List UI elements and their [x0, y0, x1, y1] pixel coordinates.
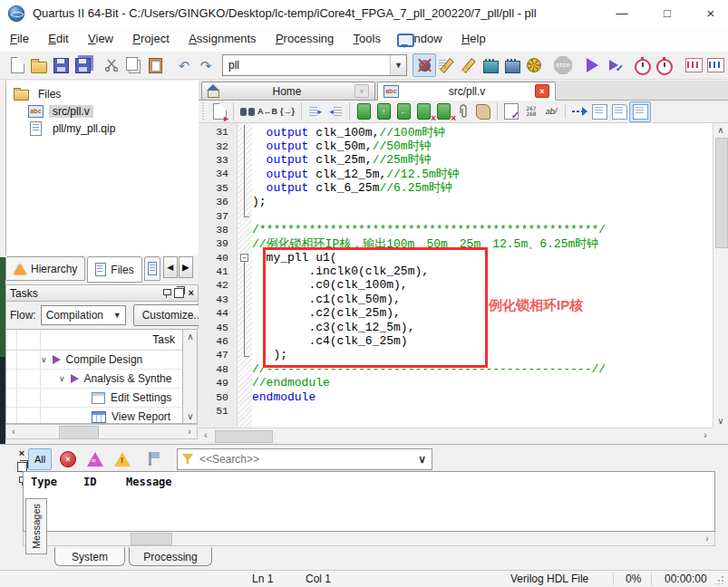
feedback-bubble-icon[interactable] — [397, 34, 414, 47]
open-file-button[interactable] — [28, 54, 50, 76]
attach-button[interactable] — [453, 102, 473, 121]
insert-template-button[interactable] — [354, 102, 374, 121]
tab-files[interactable]: Files — [87, 256, 141, 283]
tab-system[interactable]: System — [54, 547, 125, 566]
start-compilation-button[interactable] — [581, 54, 603, 76]
tree-item-qip[interactable]: pll/my_pll.qip — [6, 120, 199, 137]
code-line[interactable]: 31 output clk_100m,//100m时钟 — [199, 125, 713, 139]
menu-project[interactable]: Project — [124, 27, 177, 51]
tree-item-files[interactable]: Files — [6, 85, 199, 102]
tasks-vertical-scrollbar[interactable]: ∧ ∨ — [183, 329, 198, 424]
close-button[interactable]: × — [694, 0, 727, 27]
toolbar-grip[interactable] — [202, 102, 207, 120]
code-line[interactable]: 37 — [199, 208, 713, 222]
outdent-button[interactable]: ◂ — [325, 102, 345, 121]
save-all-button[interactable] — [72, 54, 93, 76]
filter-errors-button[interactable]: × — [57, 449, 79, 469]
column-type[interactable]: Type — [24, 476, 83, 488]
editor-horizontal-scrollbar[interactable]: ‹ › — [199, 428, 713, 443]
code-line[interactable]: 38/*************************************… — [199, 223, 713, 236]
scrollbar-thumb[interactable] — [715, 138, 728, 248]
redo-button[interactable]: ↷ — [195, 54, 217, 76]
editor-vertical-scrollbar[interactable]: ∧ ∨ — [713, 123, 728, 428]
menu-file[interactable]: File — [2, 27, 37, 51]
timing-analyzer-button[interactable] — [632, 54, 654, 76]
view-outline-button[interactable] — [589, 102, 609, 121]
scroll-up-arrow[interactable]: ∧ — [183, 330, 198, 343]
chevron-down-icon[interactable]: ∨ — [59, 374, 65, 383]
messages-search-combo[interactable]: ∨ — [177, 448, 432, 470]
combo-dropdown-arrow[interactable]: ▼ — [390, 55, 406, 75]
rapid-recompile-button[interactable]: ✓ — [603, 54, 625, 76]
indent-button[interactable]: ▸ — [306, 102, 325, 121]
task-row-compile-design[interactable]: ∨ Compile Design — [6, 351, 182, 370]
scroll-down-arrow[interactable]: ∨ — [183, 409, 198, 423]
editor-tab-home[interactable]: Home × — [201, 82, 375, 101]
bookmark-toggle-button[interactable]: ↑ — [374, 102, 393, 121]
minimize-button[interactable]: — — [606, 0, 638, 27]
close-tab-icon[interactable]: × — [354, 84, 369, 98]
messages-search-input[interactable] — [198, 452, 413, 467]
scrollbar-thumb[interactable] — [59, 426, 99, 439]
bookmark-clear-button[interactable]: × — [433, 102, 453, 121]
flow-combo[interactable]: Compilation ▼ — [41, 305, 126, 325]
fold-marker[interactable]: − — [237, 251, 252, 265]
tab-design-units[interactable] — [144, 256, 160, 281]
code-line[interactable]: 35 output clk_6_25m//6.25m时钟 — [199, 181, 713, 195]
paste-button[interactable] — [144, 54, 166, 76]
line-numbers-toggle[interactable]: 267268 — [521, 102, 541, 121]
tab-scroll-left-button[interactable]: ◀ — [163, 256, 178, 278]
close-panel-icon[interactable]: × — [189, 288, 194, 298]
match-brace-button[interactable]: {→} — [277, 102, 297, 121]
editor-tab-src-pll[interactable]: abc src/pll.v × — [377, 82, 556, 101]
combo-dropdown-arrow[interactable]: ∨ — [413, 453, 432, 466]
filter-critical-warnings-button[interactable]: × — [84, 449, 106, 469]
close-panel-icon[interactable]: × — [19, 448, 24, 458]
analyze-file-button[interactable]: ▸ — [209, 102, 229, 121]
pin-planner-button[interactable] — [413, 53, 436, 77]
ip-catalog-button[interactable] — [523, 54, 545, 76]
column-message[interactable]: Message — [124, 476, 172, 488]
stop-button[interactable]: STOP — [552, 54, 574, 76]
code-editor[interactable]: 31 output clk_100m,//100m时钟32 output clk… — [199, 123, 713, 428]
filter-flagged-button[interactable] — [139, 449, 160, 469]
device-button[interactable] — [480, 54, 501, 76]
close-tab-icon[interactable]: × — [535, 84, 549, 98]
menu-processing[interactable]: Processing — [267, 27, 342, 51]
scroll-right-arrow[interactable]: › — [700, 532, 714, 545]
timequest-button[interactable] — [654, 54, 675, 76]
chevron-down-icon[interactable]: ∨ — [41, 355, 47, 364]
messages-horizontal-scrollbar[interactable]: ‹ › — [23, 532, 715, 546]
scroll-right-arrow[interactable]: › — [698, 428, 713, 442]
combo-dropdown-arrow[interactable]: ▼ — [110, 306, 125, 324]
filter-warnings-button[interactable]: ! — [112, 449, 133, 469]
bookmark-previous-button[interactable]: ← — [393, 102, 413, 121]
tab-hierarchy[interactable]: Hierarchy — [5, 256, 85, 281]
task-row-edit-settings[interactable]: Edit Settings — [6, 389, 182, 408]
menu-tools[interactable]: Tools — [345, 27, 389, 51]
project-combo[interactable]: pll ▼ — [222, 54, 407, 76]
menu-assignments[interactable]: Assignments — [180, 27, 264, 51]
messages-vertical-tab[interactable]: Messages — [25, 498, 47, 554]
cut-button[interactable] — [101, 54, 122, 76]
new-file-button[interactable] — [6, 54, 28, 76]
undo-button[interactable]: ↶ — [173, 54, 195, 76]
copy-button[interactable] — [122, 54, 144, 76]
find-button[interactable] — [238, 102, 257, 121]
pin-icon[interactable] — [163, 288, 170, 298]
macro-button[interactable] — [473, 102, 493, 121]
task-row-analysis-synthesis[interactable]: ∨ Analysis & Synthe — [6, 370, 182, 389]
resize-grip[interactable] — [715, 576, 723, 584]
tab-scroll-right-button[interactable]: ▶ — [179, 256, 193, 278]
float-icon[interactable] — [174, 288, 184, 298]
menu-help[interactable]: Help — [453, 27, 494, 51]
scroll-down-arrow[interactable]: ∨ — [713, 414, 728, 428]
code-line[interactable]: 33 output clk_25m,//25m时钟 — [199, 153, 713, 167]
column-id[interactable]: ID — [83, 476, 124, 488]
scroll-right-arrow[interactable]: › — [182, 425, 197, 438]
code-line[interactable]: 50endmodule — [199, 390, 713, 403]
settings-button[interactable] — [458, 54, 480, 76]
scrollbar-thumb[interactable] — [215, 430, 273, 443]
save-button[interactable] — [50, 54, 72, 76]
code-line[interactable]: 49//endmodule — [199, 376, 713, 390]
